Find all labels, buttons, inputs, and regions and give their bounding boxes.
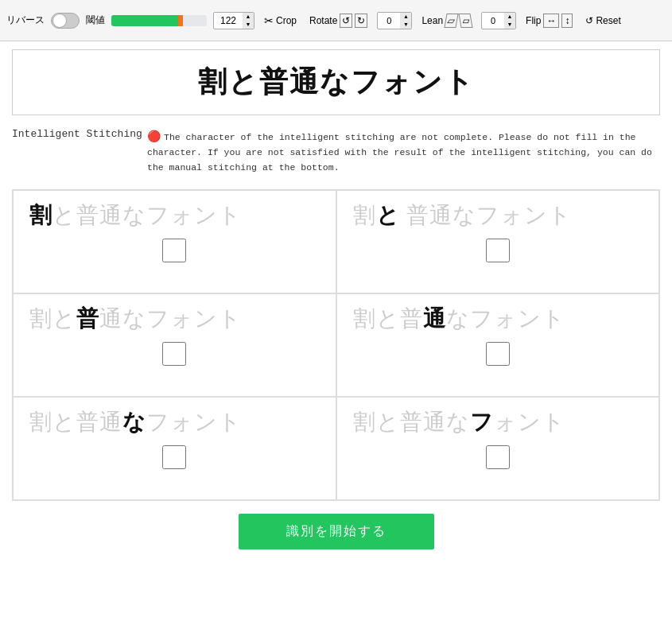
- toggle-knob: [52, 14, 67, 28]
- preview-text: 割と普通なフォント: [25, 63, 647, 102]
- threshold-label: 閾値: [86, 14, 105, 27]
- rotate-spinbox[interactable]: ▲ ▼: [377, 12, 412, 29]
- intelligent-stitching-message: 🔴The character of the intelligent stitch…: [147, 128, 660, 175]
- char-display-2: 割と普通なフォント: [23, 304, 326, 334]
- char-display-5: 割と普通なフォント: [347, 407, 650, 437]
- crop-label: Crop: [276, 15, 297, 26]
- rotate-up-btn[interactable]: ▲: [400, 13, 411, 21]
- intelligent-stitching-row: Intelligent Stitching 🔴The character of …: [12, 123, 660, 180]
- reverse-label: リバース: [6, 14, 45, 27]
- rotate-input[interactable]: [378, 15, 400, 26]
- rotate-button[interactable]: Rotate ↺ ↻: [306, 12, 371, 29]
- threshold-spinbox[interactable]: ▲ ▼: [213, 12, 254, 29]
- char-card-0: 割と普通なフォント: [13, 190, 336, 293]
- threshold-up-btn[interactable]: ▲: [243, 13, 254, 21]
- flip-icon-h: ↔: [543, 14, 559, 28]
- char-card-2: 割と普通なフォント: [13, 293, 336, 397]
- lean-input[interactable]: [482, 15, 504, 26]
- start-recognition-button[interactable]: 識別を開始する: [239, 514, 434, 549]
- pre-4: 割と普通: [29, 410, 122, 434]
- pre-5: 割と普通な: [353, 410, 470, 434]
- char-checkbox-0[interactable]: [162, 239, 186, 262]
- preview-box: 割と普通なフォント: [12, 49, 660, 115]
- highlight-char-2: 普: [76, 306, 99, 331]
- pre-1: 割: [353, 203, 376, 227]
- char-display-0: 割と普通なフォント: [23, 200, 326, 231]
- start-button-container: 識別を開始する: [12, 501, 660, 557]
- char-checkbox-4[interactable]: [162, 445, 186, 469]
- intelligent-message-text: The character of the intelligent stitchi…: [147, 132, 652, 173]
- char-display-3: 割と普通なフォント: [347, 304, 650, 334]
- threshold-input[interactable]: [214, 14, 243, 27]
- warning-icon: 🔴: [147, 130, 161, 143]
- flip-label: Flip: [526, 15, 541, 26]
- intelligent-stitching-label: Intelligent Stitching: [12, 128, 139, 140]
- lean-icon-right: ▱: [458, 14, 472, 28]
- highlight-char-4: な: [122, 410, 146, 434]
- character-grid: 割と普通なフォント 割と 普通なフォント 割と普通なフォント 割と普通なフォント: [12, 189, 660, 501]
- crop-icon: ✂: [264, 14, 274, 27]
- reset-button[interactable]: ↺ Reset: [582, 14, 623, 28]
- pre-2: 割と: [29, 306, 76, 331]
- main-content: 割と普通なフォント Intelligent Stitching 🔴The cha…: [0, 41, 672, 565]
- highlight-char-0: 割: [29, 203, 52, 227]
- char-card-4: 割と普通なフォント: [13, 397, 336, 500]
- highlight-char-3: 通: [423, 306, 446, 331]
- rest-3: なフォント: [446, 306, 565, 331]
- highlight-char-5: フ: [470, 410, 494, 434]
- rest-4: フォント: [146, 410, 242, 434]
- char-display-1: 割と 普通なフォント: [347, 200, 650, 231]
- lean-up-btn[interactable]: ▲: [504, 13, 515, 21]
- char-card-1: 割と 普通なフォント: [336, 190, 660, 293]
- rest-2: 通なフォント: [99, 306, 242, 331]
- rest-0: と普通なフォント: [52, 203, 242, 227]
- char-card-3: 割と普通なフォント: [336, 293, 660, 397]
- rest-1: 普通なフォント: [400, 203, 573, 227]
- rotate-down-btn[interactable]: ▼: [400, 21, 411, 29]
- flip-icon-v: ↕: [561, 14, 573, 28]
- threshold-down-btn[interactable]: ▼: [243, 21, 254, 29]
- reset-label: Reset: [596, 15, 620, 26]
- threshold-bar[interactable]: [111, 15, 207, 26]
- flip-button[interactable]: Flip ↔ ↕: [522, 12, 576, 29]
- threshold-spin-buttons: ▲ ▼: [243, 13, 254, 29]
- highlight-char-1: と: [376, 203, 400, 227]
- pre-3: 割と普: [353, 306, 423, 331]
- toolbar: リバース 閾値 ▲ ▼ ✂ Crop Rotate ↺ ↻ ▲ ▼ Lean ▱…: [0, 0, 672, 41]
- rotate-icon-right: ↻: [355, 14, 367, 28]
- lean-label: Lean: [421, 15, 443, 26]
- char-checkbox-3[interactable]: [486, 342, 510, 366]
- lean-spinbox[interactable]: ▲ ▼: [481, 12, 516, 29]
- lean-down-btn[interactable]: ▼: [504, 21, 515, 29]
- reverse-toggle[interactable]: [51, 13, 80, 29]
- char-card-5: 割と普通なフォント: [336, 397, 660, 500]
- char-display-4: 割と普通なフォント: [23, 407, 326, 437]
- char-checkbox-5[interactable]: [486, 445, 510, 469]
- lean-button[interactable]: Lean ▱ ▱: [418, 12, 475, 29]
- rotate-label: Rotate: [309, 15, 337, 26]
- rotate-icon-left: ↺: [340, 14, 352, 28]
- crop-button[interactable]: ✂ Crop: [261, 13, 300, 29]
- char-checkbox-2[interactable]: [162, 342, 186, 366]
- rest-5: ォント: [494, 410, 565, 434]
- char-checkbox-1[interactable]: [486, 239, 510, 262]
- reset-icon: ↺: [585, 15, 593, 26]
- lean-icon-left: ▱: [444, 14, 458, 28]
